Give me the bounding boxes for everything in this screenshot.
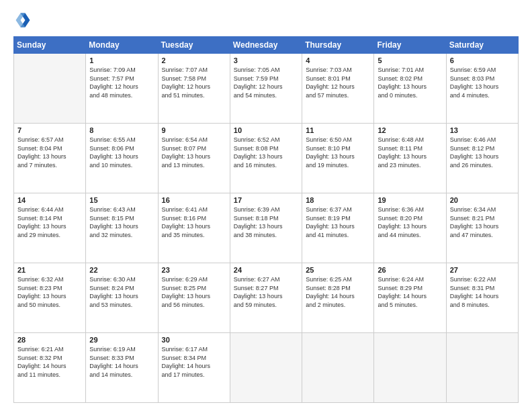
calendar-cell: 6Sunrise: 6:59 AMSunset: 8:03 PMDaylight…	[446, 54, 518, 124]
day-info: Sunrise: 7:05 AMSunset: 7:59 PMDaylight:…	[234, 66, 298, 99]
calendar-cell: 26Sunrise: 6:24 AMSunset: 8:29 PMDayligh…	[374, 263, 446, 333]
calendar-cell: 4Sunrise: 7:03 AMSunset: 8:01 PMDaylight…	[302, 54, 374, 124]
day-info: Sunrise: 7:09 AMSunset: 7:57 PMDaylight:…	[89, 66, 154, 99]
calendar-cell: 23Sunrise: 6:29 AMSunset: 8:25 PMDayligh…	[158, 263, 230, 333]
calendar-cell: 25Sunrise: 6:25 AMSunset: 8:28 PMDayligh…	[302, 263, 374, 333]
day-number: 29	[89, 336, 154, 344]
calendar-cell: 24Sunrise: 6:27 AMSunset: 8:27 PMDayligh…	[230, 263, 302, 333]
day-info: Sunrise: 7:03 AMSunset: 8:01 PMDaylight:…	[306, 66, 370, 99]
calendar-cell: 20Sunrise: 6:34 AMSunset: 8:21 PMDayligh…	[446, 193, 518, 263]
day-number: 21	[17, 266, 82, 274]
day-number: 14	[17, 196, 82, 204]
day-number: 6	[450, 56, 515, 64]
calendar-cell	[230, 333, 302, 403]
day-info: Sunrise: 6:34 AMSunset: 8:21 PMDaylight:…	[450, 205, 515, 239]
day-number: 7	[17, 126, 82, 134]
calendar-cell: 7Sunrise: 6:57 AMSunset: 8:04 PMDaylight…	[14, 124, 86, 193]
day-header-sunday: Sunday	[14, 37, 86, 54]
header	[13, 11, 519, 30]
day-number: 26	[378, 266, 442, 274]
day-info: Sunrise: 6:54 AMSunset: 8:07 PMDaylight:…	[162, 136, 226, 169]
day-info: Sunrise: 6:36 AMSunset: 8:20 PMDaylight:…	[378, 205, 442, 239]
calendar-cell: 11Sunrise: 6:50 AMSunset: 8:10 PMDayligh…	[302, 124, 374, 193]
day-header-tuesday: Tuesday	[158, 37, 230, 54]
day-info: Sunrise: 7:01 AMSunset: 8:02 PMDaylight:…	[378, 66, 442, 99]
day-info: Sunrise: 6:17 AMSunset: 8:34 PMDaylight:…	[162, 345, 226, 379]
day-number: 18	[306, 196, 370, 204]
calendar-cell: 30Sunrise: 6:17 AMSunset: 8:34 PMDayligh…	[158, 333, 230, 403]
day-header-thursday: Thursday	[302, 37, 374, 54]
calendar-cell: 15Sunrise: 6:43 AMSunset: 8:15 PMDayligh…	[86, 193, 158, 263]
day-info: Sunrise: 6:39 AMSunset: 8:18 PMDaylight:…	[234, 205, 298, 239]
calendar-table: SundayMondayTuesdayWednesdayThursdayFrid…	[13, 36, 519, 403]
week-row-5: 28Sunrise: 6:21 AMSunset: 8:32 PMDayligh…	[14, 333, 519, 403]
calendar-cell: 1Sunrise: 7:09 AMSunset: 7:57 PMDaylight…	[86, 54, 158, 124]
calendar-cell: 28Sunrise: 6:21 AMSunset: 8:32 PMDayligh…	[14, 333, 86, 403]
day-number: 5	[378, 56, 442, 64]
day-info: Sunrise: 6:44 AMSunset: 8:14 PMDaylight:…	[17, 205, 82, 239]
week-row-4: 21Sunrise: 6:32 AMSunset: 8:23 PMDayligh…	[14, 263, 519, 333]
calendar-cell: 13Sunrise: 6:46 AMSunset: 8:12 PMDayligh…	[446, 124, 518, 193]
day-number: 3	[234, 56, 298, 64]
day-info: Sunrise: 6:29 AMSunset: 8:25 PMDaylight:…	[162, 275, 226, 309]
day-info: Sunrise: 6:19 AMSunset: 8:33 PMDaylight:…	[89, 345, 154, 379]
calendar-cell: 14Sunrise: 6:44 AMSunset: 8:14 PMDayligh…	[14, 193, 86, 263]
calendar-cell: 22Sunrise: 6:30 AMSunset: 8:24 PMDayligh…	[86, 263, 158, 333]
day-info: Sunrise: 6:27 AMSunset: 8:27 PMDaylight:…	[234, 275, 298, 309]
day-number: 12	[378, 126, 442, 134]
day-info: Sunrise: 6:52 AMSunset: 8:08 PMDaylight:…	[234, 136, 298, 169]
calendar-cell	[302, 333, 374, 403]
day-header-friday: Friday	[374, 37, 446, 54]
day-number: 24	[234, 266, 298, 274]
week-row-3: 14Sunrise: 6:44 AMSunset: 8:14 PMDayligh…	[14, 193, 519, 263]
page: SundayMondayTuesdayWednesdayThursdayFrid…	[0, 0, 532, 411]
day-info: Sunrise: 7:07 AMSunset: 7:58 PMDaylight:…	[162, 66, 226, 99]
day-info: Sunrise: 6:32 AMSunset: 8:23 PMDaylight:…	[17, 275, 82, 309]
day-number: 8	[89, 126, 154, 134]
calendar-cell: 21Sunrise: 6:32 AMSunset: 8:23 PMDayligh…	[14, 263, 86, 333]
calendar-cell: 16Sunrise: 6:41 AMSunset: 8:16 PMDayligh…	[158, 193, 230, 263]
day-number: 15	[89, 196, 154, 204]
day-number: 17	[234, 196, 298, 204]
day-number: 11	[306, 126, 370, 134]
day-number: 19	[378, 196, 442, 204]
day-info: Sunrise: 6:25 AMSunset: 8:28 PMDaylight:…	[306, 275, 370, 309]
calendar-cell: 2Sunrise: 7:07 AMSunset: 7:58 PMDaylight…	[158, 54, 230, 124]
header-row: SundayMondayTuesdayWednesdayThursdayFrid…	[14, 37, 519, 54]
calendar-cell: 17Sunrise: 6:39 AMSunset: 8:18 PMDayligh…	[230, 193, 302, 263]
day-number: 20	[450, 196, 515, 204]
day-number: 4	[306, 56, 370, 64]
day-number: 16	[162, 196, 226, 204]
day-info: Sunrise: 6:37 AMSunset: 8:19 PMDaylight:…	[306, 205, 370, 239]
logo-icon	[13, 11, 32, 30]
day-info: Sunrise: 6:55 AMSunset: 8:06 PMDaylight:…	[89, 136, 154, 169]
day-info: Sunrise: 6:41 AMSunset: 8:16 PMDaylight:…	[162, 205, 226, 239]
calendar-cell	[14, 54, 86, 124]
day-number: 27	[450, 266, 515, 274]
day-info: Sunrise: 6:43 AMSunset: 8:15 PMDaylight:…	[89, 205, 154, 239]
day-number: 2	[162, 56, 226, 64]
day-info: Sunrise: 6:30 AMSunset: 8:24 PMDaylight:…	[89, 275, 154, 309]
day-number: 30	[162, 336, 226, 344]
day-info: Sunrise: 6:50 AMSunset: 8:10 PMDaylight:…	[306, 136, 370, 169]
calendar-cell: 3Sunrise: 7:05 AMSunset: 7:59 PMDaylight…	[230, 54, 302, 124]
day-number: 10	[234, 126, 298, 134]
week-row-2: 7Sunrise: 6:57 AMSunset: 8:04 PMDaylight…	[14, 124, 519, 193]
day-header-monday: Monday	[86, 37, 158, 54]
day-number: 23	[162, 266, 226, 274]
calendar-cell: 19Sunrise: 6:36 AMSunset: 8:20 PMDayligh…	[374, 193, 446, 263]
calendar-cell: 5Sunrise: 7:01 AMSunset: 8:02 PMDaylight…	[374, 54, 446, 124]
day-info: Sunrise: 6:24 AMSunset: 8:29 PMDaylight:…	[378, 275, 442, 309]
calendar-cell: 10Sunrise: 6:52 AMSunset: 8:08 PMDayligh…	[230, 124, 302, 193]
day-number: 1	[89, 56, 154, 64]
day-number: 22	[89, 266, 154, 274]
calendar-cell: 18Sunrise: 6:37 AMSunset: 8:19 PMDayligh…	[302, 193, 374, 263]
day-number: 13	[450, 126, 515, 134]
day-info: Sunrise: 6:59 AMSunset: 8:03 PMDaylight:…	[450, 66, 515, 99]
day-header-saturday: Saturday	[446, 37, 518, 54]
day-info: Sunrise: 6:48 AMSunset: 8:11 PMDaylight:…	[378, 136, 442, 169]
calendar-cell	[446, 333, 518, 403]
calendar-cell: 29Sunrise: 6:19 AMSunset: 8:33 PMDayligh…	[86, 333, 158, 403]
day-info: Sunrise: 6:46 AMSunset: 8:12 PMDaylight:…	[450, 136, 515, 169]
calendar-cell	[374, 333, 446, 403]
